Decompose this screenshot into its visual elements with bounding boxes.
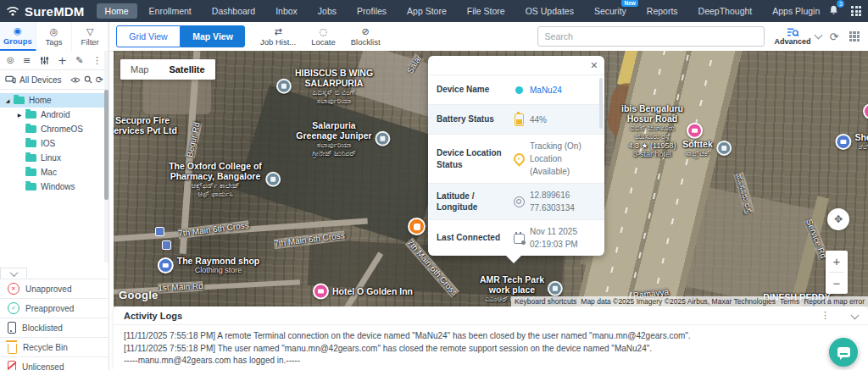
nav-item-home[interactable]: Home (97, 3, 137, 19)
poi-dot-icon[interactable] (276, 79, 292, 94)
zoom-in-button[interactable]: + (826, 251, 848, 272)
pink-pin-icon[interactable] (313, 284, 329, 300)
map-type-satellite[interactable]: Satellite (159, 59, 214, 80)
satellite-map[interactable]: SalarHIBISCUS B WINGSALARPURIAಹಿಬಿಸ್ಕಸ್ … (114, 51, 868, 306)
search-input[interactable] (537, 26, 765, 47)
map-label-text: Shelಶೆಲ್ (854, 132, 868, 151)
nav-item-inbox[interactable]: Inbox (267, 3, 306, 19)
bus-stop-icon[interactable] (155, 227, 164, 236)
tree-expander-icon[interactable]: ◢ (3, 97, 12, 103)
logs-kebab-icon[interactable]: ⋮ (821, 311, 830, 320)
brand-text: SureMDM (25, 4, 85, 19)
nav-item-app-store[interactable]: App Store (398, 3, 455, 19)
map-label-text: ibis BengaluruHosur Roadಐಬಿಸ್ ಬೆಂಗಳೂರುಹೊ… (621, 103, 683, 158)
map-label-text: SalarpuriaGreenage Juniperಸಲಾರ್ಪುರಿಯಾಗ್ರ… (296, 120, 371, 158)
zoom-out-button[interactable]: − (826, 273, 848, 294)
poi-dot-icon[interactable] (265, 172, 281, 187)
nav-item-security[interactable]: SecurityNew (586, 3, 635, 19)
all-devices-row[interactable]: All Devices ⟳ (0, 70, 108, 90)
filter-icon: ▽ (86, 27, 93, 36)
refresh-icon[interactable]: ⟳ (96, 75, 103, 85)
select-check-icon[interactable]: ◎ (7, 56, 14, 64)
folder-icon (25, 111, 36, 119)
nav-item-deepthought[interactable]: DeepThought (690, 3, 761, 19)
settings-sliders-icon[interactable] (40, 56, 49, 65)
notifications-bell-icon[interactable]: 3 (828, 3, 839, 19)
attribution-text: Map data ©2025 Imagery ©2025 Airbus, Max… (581, 297, 776, 306)
logs-collapse-chevron-icon[interactable] (851, 312, 860, 320)
action-blocklist[interactable]: ⊘Blocklist (346, 27, 386, 47)
poi-dot-icon[interactable] (376, 131, 391, 146)
circle-x-icon: ✕ (8, 283, 19, 295)
device-name-link[interactable]: MaNu24 (530, 84, 562, 97)
sidebar-item-unapproved[interactable]: ✕Unapproved (0, 279, 108, 298)
tree-item-ios[interactable]: IOS (0, 136, 108, 151)
nav-item-enrollment[interactable]: Enrollment (141, 3, 200, 19)
app-launcher-icon[interactable] (851, 6, 861, 16)
action-jobhist[interactable]: ⇄Job Hist... (255, 27, 301, 47)
list-icon[interactable]: ≡ (23, 56, 31, 65)
sidebar-collapse-tab[interactable] (0, 268, 27, 279)
tree-item-home[interactable]: ◢Home (0, 93, 108, 108)
nav-item-file-store[interactable]: File Store (459, 3, 514, 19)
sidebar-item-unlicensed[interactable]: Unlicensed (0, 356, 108, 370)
tree-label: Mac (41, 168, 57, 177)
suremdm-logo[interactable]: SureMDM (0, 4, 97, 19)
poi-dot-icon[interactable] (548, 281, 563, 296)
nav-item-dashboard[interactable]: Dashboard (203, 3, 264, 19)
sidebar-scrollbar[interactable] (104, 51, 108, 262)
tree-item-android[interactable]: ▶Android (0, 108, 108, 122)
map-label-the-raymond-shop: The Raymond shopClothing store (158, 256, 259, 274)
tree-label: IOS (41, 139, 55, 148)
tab-filter[interactable]: ▽Filter (72, 22, 108, 51)
navbar-utilities: 3 ⚙ (828, 3, 868, 19)
search-icon[interactable] (84, 75, 92, 84)
support-chat-button[interactable] (829, 338, 858, 367)
pink-pin-icon[interactable] (687, 123, 703, 139)
column-settings-icon[interactable] (849, 31, 860, 42)
sidebar-item-blocklisted[interactable]: Blocklisted (0, 318, 108, 337)
blue-pin-icon[interactable] (158, 257, 174, 273)
poi-dot-icon[interactable] (716, 141, 732, 156)
nav-item-os-updates[interactable]: OS Updates (517, 3, 582, 19)
attribution-link[interactable]: Terms (780, 297, 799, 306)
nav-item-jobs[interactable]: Jobs (309, 3, 345, 19)
nav-item-apps-plugin[interactable]: Apps Plugin (764, 3, 828, 19)
close-icon[interactable]: × (591, 59, 598, 71)
tab-groups[interactable]: ◉Groups (0, 22, 36, 51)
eye-icon[interactable] (70, 76, 81, 84)
popup-row-latitude-longitude: Latitude / Longitude12.89961677.6303134 (428, 183, 604, 219)
attribution-link[interactable]: Report a map error (804, 297, 865, 306)
tab-tags[interactable]: ◎Tags (36, 22, 73, 51)
attribution-link[interactable]: Keyboard shortcuts (515, 297, 576, 306)
sidebar-item-preapproved[interactable]: ✓Preapproved (0, 298, 108, 318)
tree-expander-icon[interactable]: ▶ (15, 112, 24, 118)
edit-pencil-icon[interactable]: ✎ (75, 56, 83, 65)
map-pan-control[interactable]: ✥ (827, 208, 849, 230)
map-type-control: MapSatellite (120, 59, 215, 80)
tree-item-linux[interactable]: Linux (0, 151, 108, 165)
tree-item-mac[interactable]: Mac (0, 165, 108, 179)
add-group-icon[interactable]: + (58, 55, 67, 66)
sidebar-item-recycle-bin[interactable]: Recycle Bin (0, 337, 108, 356)
nav-item-profiles[interactable]: Profiles (348, 3, 395, 19)
tree-item-chromeos[interactable]: ChromeOS (0, 122, 108, 136)
more-kebab-icon[interactable]: ⋮ (92, 56, 102, 65)
tree-item-windows[interactable]: Windows (0, 179, 108, 194)
map-label-text: HIBISCUS B WINGSALARPURIAಹಿಬಿಸ್ಕಸ್ ಬಿ ವಿ… (295, 68, 373, 106)
refresh-icon[interactable]: ⟳ (830, 31, 839, 42)
bus-stop-icon[interactable] (162, 240, 171, 250)
nav-item-reports[interactable]: Reports (638, 3, 687, 19)
popup-rows: Device NameMaNu24Battery Status44%Device… (428, 75, 604, 256)
grid-view-button[interactable]: Grid View (116, 25, 181, 47)
action-locate[interactable]: ◌Locate (306, 27, 341, 47)
popup-scrollbar[interactable] (599, 78, 603, 129)
advanced-search-button[interactable]: Advanced (775, 27, 820, 46)
device-status-dot-icon (515, 86, 523, 94)
poi-marker-orange[interactable] (408, 218, 426, 235)
signal-icon (7, 5, 20, 17)
map-type-map[interactable]: Map (120, 59, 159, 80)
blue-pin-icon[interactable] (835, 134, 851, 150)
folder-icon (25, 140, 36, 147)
map-view-button[interactable]: Map View (181, 25, 245, 47)
